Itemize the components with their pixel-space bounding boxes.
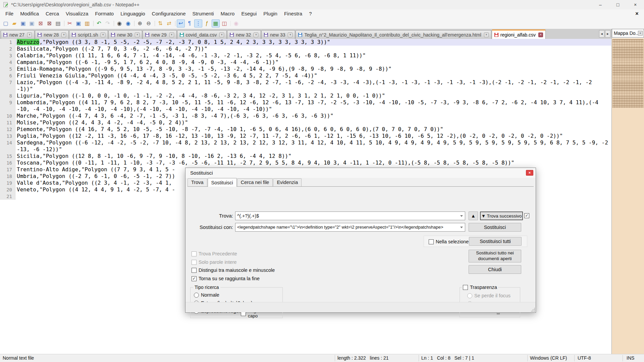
menu-item[interactable]: Cerca — [42, 9, 62, 18]
save-all-icon[interactable]: ▣ — [28, 19, 36, 27]
insert-mode-status[interactable]: INS — [627, 355, 634, 361]
close-dialog-button[interactable]: Chiudi — [469, 265, 521, 274]
menu-item[interactable]: Esegui — [238, 9, 260, 18]
close-document-icon[interactable]: × — [633, 9, 641, 18]
save-icon[interactable]: ▣ — [19, 19, 27, 27]
close-button[interactable]: × — [627, 0, 644, 9]
editor-line[interactable]: 10 Marche,"Polygon ((-4 7, 4 3, 6 -4, 2 … — [0, 113, 611, 119]
tab-close-icon[interactable]: × — [219, 33, 224, 37]
undo-icon[interactable]: ↶ — [95, 19, 103, 27]
editor-line[interactable]: 2 Basilicata,"Polygon ((-2 7, 7 0, 3 -6,… — [0, 46, 611, 52]
tab-close-icon[interactable]: × — [254, 33, 258, 37]
tab-script1-sh[interactable]: script1.sh × — [69, 30, 108, 39]
menu-item[interactable]: Strumenti — [189, 9, 217, 18]
doc-switcher-icon[interactable]: ◫ — [220, 19, 228, 27]
monitoring-icon[interactable]: ◉ — [232, 19, 240, 27]
transparency-checkbox[interactable]: Trasparenza — [462, 285, 498, 290]
editor-line[interactable]: 5 Emilia-Romagna,"Polygon ((-9 6, 9 5, 1… — [0, 66, 611, 72]
zoom-in-icon[interactable]: ⊕ — [136, 19, 144, 27]
tab-new-32[interactable]: new 32 × — [227, 30, 261, 39]
menu-item[interactable]: Modifica — [17, 9, 42, 18]
tab-regioni-alfab-csv[interactable]: regioni_alfab.csv × — [492, 29, 546, 39]
replace-all-open-docs-button[interactable]: Sostituisci tutto nei documenti aperti — [469, 250, 521, 262]
tab-new-29[interactable]: new 29 × — [143, 30, 176, 39]
replace-input[interactable]: <legendpatchshape name="\1">\n<definitio… — [235, 223, 465, 232]
find-icon[interactable]: ◉ — [115, 19, 123, 27]
dialog-tab[interactable]: Evidenzia — [273, 178, 302, 186]
editor-line[interactable]: 1 Abruzzo,"Polygon ((3 3, 8 -1, 5 -5, -2… — [0, 39, 611, 46]
word-wrap-icon[interactable]: ↩ — [177, 19, 185, 27]
mode-normal-radio[interactable]: Normale — [194, 292, 219, 298]
tab-close-icon[interactable]: × — [169, 33, 174, 37]
open-folder-icon[interactable]: ▰ — [10, 19, 18, 27]
editor-line[interactable]: 15 Sicilia,"Polygon ((12 8, 8 -1, 10 -6,… — [0, 153, 611, 160]
indent-guide-icon[interactable]: ⋮ — [194, 19, 202, 27]
replace-all-button[interactable]: Sostituisci tutti — [469, 237, 522, 246]
close-all-icon[interactable]: ⊠ — [45, 19, 53, 27]
show-all-characters-icon[interactable]: ¶ — [185, 19, 194, 27]
dialog-tab[interactable]: Trova — [187, 178, 207, 186]
tab-new-33[interactable]: new 33 × — [261, 30, 295, 39]
paste-icon[interactable]: ▥ — [83, 19, 91, 27]
dialog-tab[interactable]: Sostituisci — [208, 178, 237, 187]
editor-line[interactable]: 14 Sardegna,"Polygon ((-6 -12, -4 -2, -5… — [0, 139, 611, 153]
resize-grip[interactable] — [531, 307, 535, 312]
tab-close-icon[interactable]: × — [61, 33, 66, 37]
in-selection-checkbox[interactable]: Nella selezione — [429, 239, 469, 244]
close-file-icon[interactable]: ⊠ — [37, 19, 45, 27]
editor-line[interactable]: 9 Lombardia,"Polygon ((4 11, 7 9, 6 2, 8… — [0, 99, 611, 113]
menu-item[interactable]: File — [2, 9, 17, 18]
editor-line[interactable]: 4 Campania,"Polygon ((-6 -1, -9 5, 1 7, … — [0, 59, 611, 66]
combo-dropdown-icon[interactable] — [460, 227, 463, 228]
sync-vertical-scroll-icon[interactable]: ⇅ — [156, 19, 164, 27]
tab-close-icon[interactable]: × — [101, 33, 105, 37]
find-input[interactable]: ^(.+?)(.+)$ — [235, 212, 465, 220]
new-file-icon[interactable]: ▢ — [2, 19, 10, 27]
tab-new-28[interactable]: new 28 × — [35, 30, 69, 39]
tab-scroll-right-icon[interactable]: ► — [605, 30, 610, 38]
tab-close-icon[interactable]: × — [484, 33, 489, 37]
document-map-icon[interactable]: ▦ — [212, 19, 220, 27]
sync-horizontal-scroll-icon[interactable]: ⇄ — [165, 19, 173, 27]
document-map-preview[interactable] — [612, 38, 644, 354]
minimize-button[interactable]: – — [592, 0, 609, 9]
maximize-button[interactable]: □ — [609, 0, 627, 9]
redo-icon[interactable]: ↷ — [104, 19, 112, 27]
match-case-checkbox[interactable]: Distingui tra maiuscole e minuscole — [192, 267, 275, 273]
dialog-close-icon[interactable]: × — [526, 170, 533, 176]
menu-item[interactable]: ? — [306, 9, 315, 18]
tab-scroll-left-icon[interactable]: ◄ — [599, 30, 604, 38]
tab-close-icon[interactable]: × — [538, 33, 543, 37]
editor-line[interactable]: 12 Piemonte,"Polygon ((4 16, 7 4, 5 2, 1… — [0, 126, 611, 133]
editor-line[interactable]: 13 Puglia,"Polygon ((12 -2, 11 -3, 16 -6… — [0, 133, 611, 139]
tab-new-27[interactable]: new 27 × — [1, 30, 35, 39]
menu-item[interactable]: Linguaggio — [117, 9, 148, 18]
editor-line[interactable]: 6 Friuli Venezia Giulia,"Polygon ((4 -4,… — [0, 72, 611, 79]
editor-line[interactable]: 8 Liguria,"Polygon ((-1 0, 0 0, -1 0, -1… — [0, 93, 611, 99]
print-icon[interactable]: ▤ — [54, 19, 62, 27]
menu-item[interactable]: Visualizza — [62, 9, 92, 18]
dialog-title-bar[interactable]: Sostituisci × — [185, 168, 536, 178]
cut-icon[interactable]: ✂ — [66, 19, 74, 27]
encoding-status[interactable]: UTF-8 — [578, 355, 591, 361]
eol-format-status[interactable]: Windows (CR LF) — [530, 355, 567, 361]
find-prev-arrow-button[interactable]: ▲ — [469, 212, 478, 220]
tab-close-icon[interactable]: × — [27, 33, 32, 37]
document-map-close-icon[interactable]: × — [638, 31, 643, 36]
wrap-around-checkbox[interactable]: ✓ Torna su se raggiunta la fine — [192, 276, 260, 281]
tab-covid-data-csv[interactable]: covid_data.csv × — [177, 30, 227, 39]
dialog-tab[interactable]: Cerca nei file — [237, 178, 273, 186]
tab-close-icon[interactable]: × — [288, 33, 292, 37]
editor-line[interactable]: 16 Toscana,"Polygon ((0 -11, 1 -11, 1 -1… — [0, 160, 611, 166]
menu-item[interactable]: Formato — [92, 9, 117, 18]
replace-button[interactable]: Sostituisci — [469, 223, 521, 232]
menu-item[interactable]: Configurazione — [149, 9, 189, 18]
combo-dropdown-icon[interactable] — [460, 215, 463, 217]
find-next-button[interactable]: ▼ Trova successivo — [480, 212, 523, 220]
tab-close-icon[interactable]: × — [135, 33, 140, 37]
function-list-icon[interactable]: ƒ — [203, 19, 211, 27]
menu-item[interactable]: Finestra — [281, 9, 306, 18]
copy-icon[interactable]: ▣ — [74, 19, 83, 27]
search-direction-checkbox[interactable]: ✓ — [524, 213, 529, 218]
editor-line[interactable]: 7 Lazio,"Polygon ((-4 -3, -11 4, -8 9, -… — [0, 79, 611, 93]
